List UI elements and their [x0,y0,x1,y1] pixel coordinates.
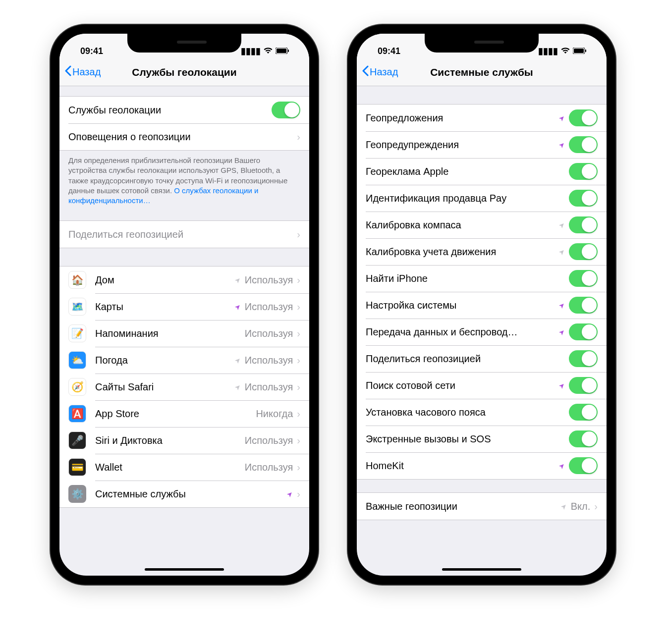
app-status: Используя [245,435,293,446]
app-name: Wallet [95,462,245,473]
toggle-switch[interactable] [569,430,598,447]
app-status: Используя [245,462,293,473]
group-system-services: Геопредложения ➤ Геопредупреждения ➤ Гео… [357,104,607,480]
toggle-switch[interactable] [569,270,598,287]
row-app[interactable]: ⛅ Погода ➤ Используя › [59,347,309,374]
row-system-service[interactable]: Идентификация продавца Pay [357,185,607,212]
toggle-switch[interactable] [569,297,598,314]
back-button[interactable]: Назад [64,65,101,79]
row-label: Важные геопозиции [366,501,561,512]
row-system-service[interactable]: Геореклама Apple [357,158,607,185]
footer-text: Для определения приблизительной геопозиц… [59,151,309,211]
nav-bar-left: Назад Службы геолокации [59,58,309,86]
wifi-icon [264,46,273,56]
signal-icon: ▮▮▮▮ [538,46,558,56]
content-right[interactable]: Геопредложения ➤ Геопредупреждения ➤ Гео… [357,86,607,576]
chevron-left-icon [362,65,369,79]
row-label: Настройка системы [366,300,559,311]
home-indicator[interactable] [145,568,224,571]
toggle-switch[interactable] [569,457,598,474]
row-system-service[interactable]: Передача данных и беспровод… ➤ [357,319,607,345]
row-system-service[interactable]: Поделиться геопозицией [357,345,607,372]
app-name: Напоминания [95,328,245,339]
row-app[interactable]: 🏠 Дом ➤ Используя › [59,267,309,293]
chevron-left-icon [64,65,71,79]
toggle-switch[interactable] [569,136,598,153]
toggle-switch[interactable] [569,163,598,180]
home-indicator[interactable] [442,568,521,571]
app-icon: ⚙️ [68,485,86,503]
chevron-right-icon: › [297,301,300,313]
app-name: Карты [95,301,235,313]
chevron-right-icon: › [297,435,300,446]
group-apps: 🏠 Дом ➤ Используя › 🗺️ Карты ➤ Используя… [59,266,309,508]
toggle-switch[interactable] [569,323,598,340]
chevron-right-icon: › [297,131,300,143]
chevron-right-icon: › [297,381,300,393]
row-system-service[interactable]: HomeKit ➤ [357,452,607,479]
svg-rect-5 [585,50,586,52]
back-button[interactable]: Назад [362,65,398,79]
row-system-service[interactable]: Найти iPhone [357,265,607,292]
app-icon: 🅰️ [68,405,86,423]
row-system-service[interactable]: Калибровка учета движения ➤ [357,238,607,265]
row-label: Оповещения о геопозиции [68,131,297,143]
row-label: Поиск сотовой сети [366,380,559,391]
battery-icon [276,46,289,56]
status-time: 09:41 [372,46,400,56]
row-label: Калибровка компаса [366,219,559,231]
row-share-location[interactable]: Поделиться геопозицией › [59,221,309,248]
row-system-service[interactable]: Настройка системы ➤ [357,292,607,319]
row-system-service[interactable]: Геопредупреждения ➤ [357,131,607,158]
row-label: Экстренные вызовы и SOS [366,433,569,445]
row-location-alerts[interactable]: Оповещения о геопозиции › [59,123,309,150]
row-system-service[interactable]: Геопредложения ➤ [357,105,607,131]
back-label: Назад [370,66,398,78]
row-app[interactable]: 🧭 Сайты Safari ➤ Используя › [59,374,309,400]
row-app[interactable]: 📝 Напоминания Используя › [59,320,309,347]
toggle-switch[interactable] [569,377,598,394]
row-location-services[interactable]: Службы геолокации [59,97,309,123]
row-significant-locations[interactable]: Важные геопозиции ➤ Вкл. › [357,493,607,520]
back-label: Назад [72,66,101,78]
app-icon: 🧭 [68,378,86,396]
row-value: Вкл. [571,501,591,512]
row-system-service[interactable]: Калибровка компаса ➤ [357,212,607,238]
toggle-switch[interactable] [272,102,300,118]
row-app[interactable]: 🗺️ Карты ➤ Используя › [59,293,309,320]
content-left[interactable]: Службы геолокации Оповещения о геопозици… [59,86,309,576]
app-name: Сайты Safari [95,381,235,393]
row-label: Установка часового пояса [366,407,569,418]
toggle-switch[interactable] [569,350,598,367]
row-system-service[interactable]: Поиск сотовой сети ➤ [357,372,607,399]
phone-right: 09:41 ▮▮▮▮ Назад Системные службы [348,25,615,585]
row-label: Найти iPhone [366,273,569,284]
svg-rect-4 [574,49,584,53]
group-share: Поделиться геопозицией › [59,220,309,248]
app-status: Никогда [256,408,293,420]
app-status: Используя [245,274,293,286]
row-label: Поделиться геопозицией [68,229,297,240]
toggle-switch[interactable] [569,109,598,126]
row-system-service[interactable]: Установка часового пояса [357,399,607,426]
toggle-switch[interactable] [569,404,598,421]
chevron-right-icon: › [297,408,300,420]
toggle-switch[interactable] [569,243,598,260]
app-status: Используя [245,301,293,313]
row-label: Передача данных и беспровод… [366,326,559,338]
row-label: Калибровка учета движения [366,246,559,258]
status-icons: ▮▮▮▮ [538,46,592,56]
row-app[interactable]: 🅰️ App Store Никогда › [59,400,309,427]
toggle-switch[interactable] [569,216,598,233]
toggle-switch[interactable] [569,190,598,207]
row-app[interactable]: 💳 Wallet Используя › [59,454,309,481]
row-app[interactable]: ⚙️ Системные службы ➤ › [59,481,309,507]
status-bar: 09:41 ▮▮▮▮ [59,34,309,58]
app-icon: 📝 [68,324,86,342]
row-label: Геореклама Apple [366,166,569,177]
app-name: App Store [95,408,256,420]
status-time: 09:41 [74,46,103,56]
row-system-service[interactable]: Экстренные вызовы и SOS [357,426,607,452]
chevron-right-icon: › [297,355,300,366]
row-app[interactable]: 🎤 Siri и Диктовка Используя › [59,427,309,454]
